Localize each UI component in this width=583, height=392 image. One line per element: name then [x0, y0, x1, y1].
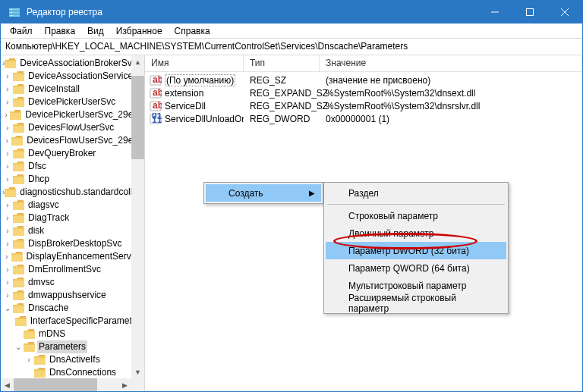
chevron-right-icon[interactable]: ·: [24, 366, 34, 379]
tree-label[interactable]: DevicePickerUserSvc_29ec9: [24, 108, 144, 121]
tree-node[interactable]: ›disk: [2, 224, 144, 237]
tree-node[interactable]: ›DevicesFlowUserSvc: [2, 121, 144, 134]
tree-label[interactable]: Dfsc: [27, 160, 48, 173]
col-type[interactable]: Тип: [244, 55, 320, 71]
registry-tree[interactable]: ›DeviceAssociationBrokerSvc_29›DeviceAss…: [1, 55, 144, 391]
tree-node[interactable]: ›DevicePickerUserSvc: [2, 96, 144, 108]
tree-node[interactable]: ›Dfsc: [2, 160, 144, 173]
ctx-item[interactable]: Параметр QWORD (64 бита): [326, 259, 506, 277]
tree-vscrollbar[interactable]: ▲ ▼: [131, 55, 144, 378]
titlebar[interactable]: Редактор реестра: [1, 1, 582, 24]
tree-label[interactable]: DeviceAssociationService: [27, 70, 134, 83]
ctx-item[interactable]: Расширяемый строковый параметр: [326, 294, 506, 312]
tree-node[interactable]: ›DeviceAssociationBrokerSvc_29: [2, 57, 144, 70]
scroll-thumb[interactable]: [131, 76, 144, 159]
chevron-right-icon[interactable]: ›: [2, 108, 10, 121]
chevron-down-icon[interactable]: ⌄: [13, 340, 24, 353]
ctx-create[interactable]: Создать ▶: [206, 184, 321, 202]
tree-node[interactable]: ›DeviceAssociationService: [2, 70, 144, 83]
chevron-right-icon[interactable]: ›: [2, 199, 13, 212]
ctx-item[interactable]: Раздел: [326, 184, 506, 202]
tree-node[interactable]: ⌄Dnscache: [2, 302, 144, 315]
scroll-left-icon[interactable]: ◀: [1, 378, 14, 391]
chevron-right-icon[interactable]: ›: [2, 70, 13, 83]
tree-label[interactable]: DispBrokerDesktopSvc: [27, 237, 123, 250]
col-value[interactable]: Значение: [320, 55, 582, 71]
tree-node[interactable]: ·InterfaceSpecificParameters: [2, 315, 144, 328]
close-button[interactable]: [547, 1, 582, 24]
tree-label[interactable]: DisplayEnhancementService: [25, 250, 144, 263]
scroll-up-icon[interactable]: ▲: [131, 55, 144, 68]
chevron-right-icon[interactable]: ›: [2, 173, 13, 186]
tree-label[interactable]: DeviceInstall: [27, 83, 81, 96]
chevron-right-icon[interactable]: ›: [2, 121, 13, 134]
minimize-button[interactable]: [477, 1, 512, 24]
tree-label[interactable]: DmEnrollmentSvc: [27, 263, 102, 276]
tree-node[interactable]: ›diagnosticshub.standardcollect: [2, 186, 144, 199]
address-bar[interactable]: Компьютер\HKEY_LOCAL_MACHINE\SYSTEM\Curr…: [1, 39, 582, 55]
chevron-right-icon[interactable]: ›: [2, 147, 13, 160]
list-row[interactable]: ServiceDllUnloadOnSt...REG_DWORD0x000000…: [145, 112, 582, 125]
chevron-right-icon[interactable]: ›: [2, 263, 13, 276]
ctx-item[interactable]: Строковый параметр: [326, 207, 506, 224]
tree-hscrollbar[interactable]: ◀ ▶: [1, 378, 131, 391]
tree-label[interactable]: DnsConnections: [48, 366, 118, 379]
list-row[interactable]: extensionREG_EXPAND_SZ%SystemRoot%\Syste…: [145, 86, 582, 99]
tree-label[interactable]: dmwappushservice: [27, 289, 108, 302]
tree-node[interactable]: ›dmwappushservice: [2, 289, 144, 302]
tree-node[interactable]: ›DevicesFlowUserSvc_29ec9: [2, 134, 144, 147]
tree-label[interactable]: DnsActiveIfs: [48, 353, 102, 366]
tree-node[interactable]: ›DisplayEnhancementService: [2, 250, 144, 263]
list-row[interactable]: ServiceDllREG_EXPAND_SZ%SystemRoot%\Syst…: [145, 99, 582, 112]
tree-node[interactable]: ›Dhcp: [2, 173, 144, 186]
tree-node[interactable]: ›DiagTrack: [2, 212, 144, 224]
tree-label[interactable]: disk: [27, 224, 46, 237]
tree-node[interactable]: ·DnsConnections: [2, 366, 144, 379]
ctx-item[interactable]: Двоичный параметр: [326, 224, 506, 242]
tree-label[interactable]: DeviceAssociationBrokerSvc_29: [18, 57, 145, 70]
chevron-right-icon[interactable]: ›: [2, 83, 13, 96]
tree-node[interactable]: ›diagsvc: [2, 199, 144, 212]
chevron-right-icon[interactable]: ·: [13, 328, 24, 340]
col-name[interactable]: Имя: [145, 55, 244, 71]
ctx-item[interactable]: Параметр DWORD (32 бита): [326, 242, 506, 259]
tree-label[interactable]: diagnosticshub.standardcollect: [18, 186, 145, 199]
tree-label[interactable]: dmvsc: [27, 276, 56, 289]
scroll-down-icon[interactable]: ▼: [131, 365, 144, 378]
tree-node[interactable]: ›DevicePickerUserSvc_29ec9: [2, 108, 144, 121]
menu-help[interactable]: Справка: [169, 24, 216, 38]
chevron-right-icon[interactable]: ›: [2, 276, 13, 289]
chevron-right-icon[interactable]: ›: [2, 134, 11, 147]
chevron-right-icon[interactable]: ›: [2, 224, 13, 237]
chevron-right-icon[interactable]: ›: [2, 250, 11, 263]
tree-label[interactable]: mDNS: [37, 328, 67, 340]
tree-label[interactable]: Dnscache: [27, 302, 70, 315]
scroll-thumb[interactable]: [14, 378, 97, 391]
tree-node[interactable]: ›DnsActiveIfs: [2, 353, 144, 366]
tree-label[interactable]: Dhcp: [27, 173, 51, 186]
tree-label[interactable]: DevQueryBroker: [27, 147, 97, 160]
tree-label[interactable]: InterfaceSpecificParameters: [29, 315, 145, 328]
menu-file[interactable]: Файл: [4, 24, 39, 38]
scroll-right-icon[interactable]: ▶: [118, 378, 131, 391]
chevron-right-icon[interactable]: ›: [24, 353, 34, 366]
tree-label[interactable]: DevicesFlowUserSvc_29ec9: [25, 134, 144, 147]
tree-node[interactable]: ›DispBrokerDesktopSvc: [2, 237, 144, 250]
tree-label[interactable]: DevicePickerUserSvc: [27, 96, 117, 108]
tree-label[interactable]: DiagTrack: [27, 212, 71, 224]
chevron-right-icon[interactable]: ›: [2, 237, 13, 250]
tree-label[interactable]: Parameters: [37, 340, 87, 353]
menu-edit[interactable]: Правка: [39, 24, 82, 38]
chevron-right-icon[interactable]: ›: [2, 212, 13, 224]
tree-node[interactable]: ›DevQueryBroker: [2, 147, 144, 160]
tree-label[interactable]: diagsvc: [27, 199, 61, 212]
tree-node[interactable]: ›DmEnrollmentSvc: [2, 263, 144, 276]
chevron-right-icon[interactable]: ›: [2, 289, 13, 302]
tree-node[interactable]: ›DeviceInstall: [2, 83, 144, 96]
maximize-button[interactable]: [512, 1, 547, 24]
tree-node[interactable]: ⌄Parameters: [2, 340, 144, 353]
chevron-down-icon[interactable]: ⌄: [2, 302, 13, 315]
list-body[interactable]: (По умолчанию)REG_SZ(значение не присвое…: [145, 72, 582, 125]
list-header[interactable]: Имя Тип Значение: [145, 55, 582, 72]
tree-node[interactable]: ·mDNS: [2, 328, 144, 340]
